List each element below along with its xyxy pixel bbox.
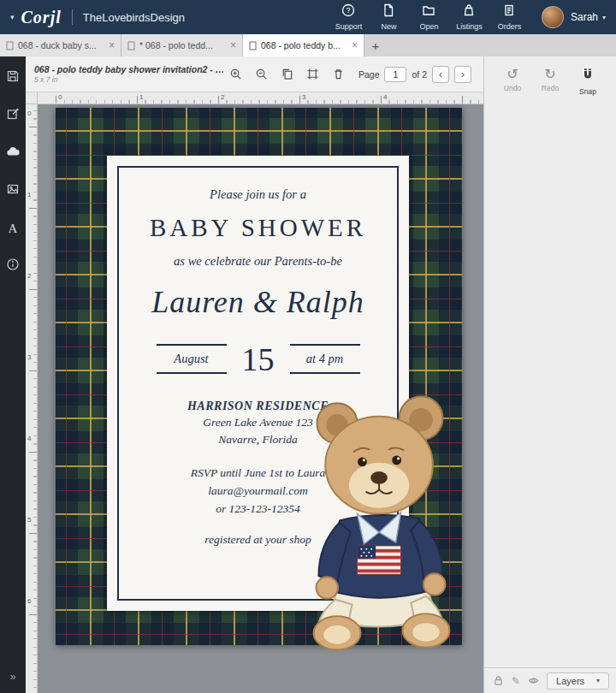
info-button[interactable] bbox=[0, 257, 26, 275]
tab-label: 068 - duck baby s... bbox=[18, 40, 104, 50]
close-icon[interactable]: × bbox=[352, 40, 358, 50]
undo-icon: ↺ bbox=[506, 67, 518, 82]
left-tool-sidebar: A » bbox=[0, 56, 26, 693]
editor-toolbar: 068 - polo teddy baby shower invitation2… bbox=[26, 56, 483, 92]
listings-button[interactable]: Listings bbox=[449, 3, 489, 31]
new-tab-button[interactable]: + bbox=[364, 34, 387, 56]
horizontal-ruler: 0 1 2 3 4 bbox=[38, 92, 483, 104]
file-icon bbox=[127, 41, 135, 50]
image-icon bbox=[6, 182, 20, 199]
page-controls: Page of 2 ‹ › bbox=[358, 66, 475, 83]
edit-icon bbox=[6, 107, 20, 124]
text-icon: A bbox=[9, 222, 18, 236]
pencil-icon[interactable]: ✎ bbox=[512, 675, 520, 687]
redo-button[interactable]: ↻ Redo bbox=[534, 67, 566, 96]
zoom-out-button[interactable] bbox=[255, 68, 268, 80]
ruler-number: 0 bbox=[27, 110, 31, 117]
ruler-number: 0 bbox=[58, 93, 62, 101]
invite-month-text[interactable]: August bbox=[157, 344, 227, 374]
corjl-logo[interactable]: Corjl bbox=[21, 8, 62, 27]
visibility-eye-icon[interactable] bbox=[528, 675, 539, 686]
ruler-number: 3 bbox=[302, 93, 305, 101]
info-icon bbox=[6, 258, 20, 275]
store-name: TheLovebirdsDesign bbox=[83, 11, 185, 24]
invitation-artboard-plaid[interactable]: Please join us for a BABY SHOWER as we c… bbox=[56, 108, 462, 645]
invite-date-block[interactable]: August 15 at 4 pm bbox=[119, 341, 397, 378]
nav-label: Orders bbox=[498, 22, 522, 31]
duplicate-page-button[interactable] bbox=[281, 68, 293, 80]
invite-subtitle-text[interactable]: as we celebrate our Parents-to-be bbox=[119, 253, 397, 269]
svg-text:?: ? bbox=[346, 6, 351, 15]
open-folder-icon bbox=[422, 3, 435, 21]
shopping-bag-icon bbox=[462, 3, 476, 21]
ruler-number: 4 bbox=[27, 435, 31, 442]
menu-caret-icon[interactable]: ▾ bbox=[10, 13, 15, 21]
editor-area: 068 - polo teddy baby shower invitation2… bbox=[26, 56, 483, 693]
snap-label: Snap bbox=[579, 87, 596, 96]
magnet-icon bbox=[580, 67, 595, 86]
invite-names-text[interactable]: Lauren & Ralph bbox=[119, 283, 397, 322]
upload-button[interactable] bbox=[0, 144, 26, 163]
lock-icon[interactable] bbox=[493, 675, 504, 686]
new-button[interactable]: New bbox=[369, 3, 409, 31]
invite-title-text[interactable]: BABY SHOWER bbox=[119, 212, 397, 243]
images-button[interactable] bbox=[0, 181, 26, 200]
open-button[interactable]: Open bbox=[409, 3, 449, 31]
ruler-number: 1 bbox=[27, 191, 31, 198]
ruler-number: 2 bbox=[221, 93, 224, 101]
layers-dropdown[interactable]: Layers ▾ bbox=[547, 672, 609, 690]
snap-toggle-button[interactable]: Snap bbox=[572, 67, 604, 96]
page-number-input[interactable] bbox=[384, 67, 406, 82]
canvas[interactable]: Please join us for a BABY SHOWER as we c… bbox=[38, 104, 483, 693]
document-info: 068 - polo teddy baby shower invitation2… bbox=[34, 64, 229, 84]
previous-page-button[interactable]: ‹ bbox=[432, 66, 449, 83]
layers-label: Layers bbox=[556, 676, 584, 686]
artboard-button[interactable] bbox=[306, 68, 319, 80]
tab-polo-teddy-1[interactable]: * 068 - polo tedd... × bbox=[121, 34, 243, 56]
ruler-number: 5 bbox=[27, 516, 31, 524]
right-panel: ↺ Undo ↻ Redo Snap ✎ Layers ▾ bbox=[483, 56, 616, 693]
expand-sidebar-button[interactable]: » bbox=[9, 670, 15, 683]
next-page-button[interactable]: › bbox=[454, 66, 471, 83]
invite-intro-text[interactable]: Please join us for a bbox=[119, 187, 397, 202]
close-icon[interactable]: × bbox=[230, 40, 236, 50]
nav-label: Listings bbox=[456, 22, 483, 31]
invite-day-text[interactable]: 15 bbox=[239, 341, 278, 378]
page-total: of 2 bbox=[412, 69, 427, 80]
nav-label: Support bbox=[335, 22, 363, 31]
redo-label: Redo bbox=[542, 84, 559, 92]
ruler-number: 1 bbox=[139, 93, 143, 101]
user-name[interactable]: Sarah bbox=[571, 11, 598, 23]
teddy-bear-illustration[interactable] bbox=[293, 387, 470, 654]
page-label: Page bbox=[358, 69, 380, 80]
tab-polo-teddy-2-active[interactable]: 068 - polo teddy b... × bbox=[243, 34, 364, 56]
edit-design-button[interactable] bbox=[0, 106, 26, 125]
close-icon[interactable]: × bbox=[109, 40, 115, 50]
ruler-number: 4 bbox=[383, 93, 387, 101]
save-icon bbox=[6, 69, 20, 86]
ruler-number: 6 bbox=[27, 597, 31, 605]
text-tool-button[interactable]: A bbox=[0, 219, 26, 238]
tab-duck-baby[interactable]: 068 - duck baby s... × bbox=[0, 34, 121, 56]
save-button[interactable] bbox=[0, 68, 26, 87]
vertical-ruler: 0 1 2 3 4 5 6 bbox=[26, 104, 38, 693]
undo-button[interactable]: ↺ Undo bbox=[496, 67, 529, 96]
document-tab-bar: 068 - duck baby s... × * 068 - polo tedd… bbox=[0, 34, 616, 56]
canvas-wrap: 0 1 2 3 4 0 1 2 3 4 5 6 bbox=[26, 92, 483, 693]
user-menu-caret-icon[interactable]: ▾ bbox=[602, 14, 606, 21]
orders-button[interactable]: Orders bbox=[489, 3, 530, 31]
file-icon bbox=[6, 41, 14, 50]
ruler-number: 3 bbox=[27, 353, 31, 361]
delete-page-button[interactable] bbox=[332, 68, 345, 80]
cloud-icon bbox=[6, 145, 20, 162]
nav-label: Open bbox=[419, 22, 438, 31]
document-dimensions: 5 x 7 in bbox=[34, 75, 229, 84]
user-avatar[interactable] bbox=[542, 6, 564, 28]
ruler-number: 2 bbox=[27, 272, 31, 280]
nav-label: New bbox=[381, 22, 396, 31]
support-button[interactable]: ? Support bbox=[329, 3, 369, 31]
file-icon bbox=[249, 41, 257, 50]
invite-time-text[interactable]: at 4 pm bbox=[290, 344, 360, 374]
redo-icon: ↻ bbox=[544, 67, 555, 82]
zoom-in-button[interactable] bbox=[229, 68, 242, 80]
